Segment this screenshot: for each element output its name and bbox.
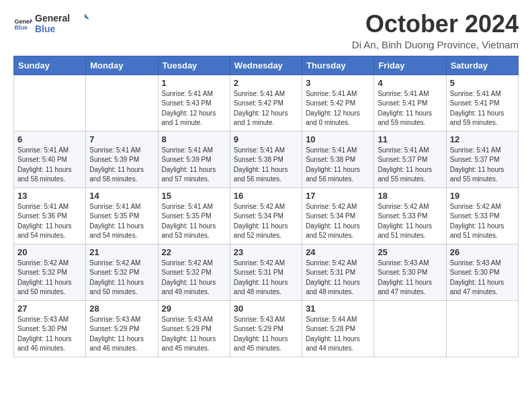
day-info: Sunrise: 5:42 AM Sunset: 5:32 PM Dayligh… (162, 259, 226, 298)
day-number: 22 (162, 247, 226, 257)
day-info: Sunrise: 5:42 AM Sunset: 5:34 PM Dayligh… (234, 202, 298, 241)
day-info: Sunrise: 5:43 AM Sunset: 5:30 PM Dayligh… (17, 315, 82, 354)
day-header-friday: Friday (374, 56, 446, 75)
calendar-cell: 30Sunrise: 5:43 AM Sunset: 5:29 PM Dayli… (230, 300, 302, 357)
day-header-thursday: Thursday (302, 56, 374, 75)
calendar-cell: 5Sunrise: 5:41 AM Sunset: 5:41 PM Daylig… (446, 75, 518, 131)
svg-text:General: General (35, 13, 70, 24)
day-number: 30 (234, 304, 298, 314)
day-number: 27 (17, 304, 82, 314)
day-number: 9 (234, 134, 298, 144)
day-info: Sunrise: 5:42 AM Sunset: 5:32 PM Dayligh… (17, 259, 82, 298)
day-header-sunday: Sunday (14, 56, 86, 75)
calendar-cell: 9Sunrise: 5:41 AM Sunset: 5:38 PM Daylig… (230, 131, 302, 187)
day-info: Sunrise: 5:42 AM Sunset: 5:32 PM Dayligh… (89, 259, 154, 298)
day-number: 17 (306, 191, 370, 201)
calendar-cell: 24Sunrise: 5:42 AM Sunset: 5:31 PM Dayli… (302, 244, 374, 300)
page-header: General Blue General Blue October 2024 D… (13, 11, 519, 50)
day-info: Sunrise: 5:41 AM Sunset: 5:35 PM Dayligh… (162, 202, 226, 241)
day-number: 18 (378, 191, 442, 201)
day-info: Sunrise: 5:44 AM Sunset: 5:28 PM Dayligh… (306, 315, 370, 354)
day-number: 12 (450, 134, 515, 144)
calendar-cell: 14Sunrise: 5:41 AM Sunset: 5:35 PM Dayli… (86, 187, 158, 244)
day-info: Sunrise: 5:43 AM Sunset: 5:29 PM Dayligh… (234, 315, 298, 354)
calendar-cell: 13Sunrise: 5:41 AM Sunset: 5:36 PM Dayli… (14, 187, 86, 244)
day-info: Sunrise: 5:43 AM Sunset: 5:30 PM Dayligh… (450, 259, 515, 298)
day-number: 16 (234, 191, 298, 201)
day-info: Sunrise: 5:41 AM Sunset: 5:38 PM Dayligh… (234, 146, 298, 185)
day-number: 2 (234, 78, 298, 88)
calendar-cell: 10Sunrise: 5:41 AM Sunset: 5:38 PM Dayli… (302, 131, 374, 187)
calendar-cell: 16Sunrise: 5:42 AM Sunset: 5:34 PM Dayli… (230, 187, 302, 244)
calendar-cell: 1Sunrise: 5:41 AM Sunset: 5:43 PM Daylig… (158, 75, 230, 131)
calendar-cell: 31Sunrise: 5:44 AM Sunset: 5:28 PM Dayli… (302, 300, 374, 357)
calendar-cell: 4Sunrise: 5:41 AM Sunset: 5:41 PM Daylig… (374, 75, 446, 131)
day-number: 24 (306, 247, 370, 257)
calendar-cell (86, 75, 158, 131)
week-row-2: 6Sunrise: 5:41 AM Sunset: 5:40 PM Daylig… (14, 131, 519, 187)
calendar-cell: 29Sunrise: 5:43 AM Sunset: 5:29 PM Dayli… (158, 300, 230, 357)
calendar-cell: 12Sunrise: 5:41 AM Sunset: 5:37 PM Dayli… (446, 131, 518, 187)
calendar-cell: 21Sunrise: 5:42 AM Sunset: 5:32 PM Dayli… (86, 244, 158, 300)
day-info: Sunrise: 5:41 AM Sunset: 5:39 PM Dayligh… (162, 146, 226, 185)
svg-text:Blue: Blue (14, 24, 28, 31)
day-number: 1 (162, 78, 226, 88)
calendar-cell: 23Sunrise: 5:42 AM Sunset: 5:31 PM Dayli… (230, 244, 302, 300)
calendar-cell: 11Sunrise: 5:41 AM Sunset: 5:37 PM Dayli… (374, 131, 446, 187)
week-row-3: 13Sunrise: 5:41 AM Sunset: 5:36 PM Dayli… (14, 187, 519, 244)
day-info: Sunrise: 5:41 AM Sunset: 5:40 PM Dayligh… (17, 146, 82, 185)
calendar-table: SundayMondayTuesdayWednesdayThursdayFrid… (13, 56, 519, 357)
day-number: 21 (89, 247, 154, 257)
day-info: Sunrise: 5:42 AM Sunset: 5:31 PM Dayligh… (306, 259, 370, 298)
day-info: Sunrise: 5:43 AM Sunset: 5:29 PM Dayligh… (162, 315, 226, 354)
day-number: 8 (162, 134, 226, 144)
day-header-tuesday: Tuesday (158, 56, 230, 75)
day-info: Sunrise: 5:41 AM Sunset: 5:43 PM Dayligh… (162, 89, 226, 128)
day-number: 5 (450, 78, 515, 88)
title-block: October 2024 Di An, Binh Duong Province,… (352, 11, 519, 50)
day-info: Sunrise: 5:41 AM Sunset: 5:41 PM Dayligh… (450, 89, 515, 128)
month-title: October 2024 (352, 11, 519, 38)
svg-text:General: General (14, 18, 32, 25)
day-info: Sunrise: 5:41 AM Sunset: 5:39 PM Dayligh… (89, 146, 154, 185)
subtitle: Di An, Binh Duong Province, Vietnam (352, 39, 519, 50)
calendar-cell (446, 300, 518, 357)
day-number: 3 (306, 78, 370, 88)
week-row-5: 27Sunrise: 5:43 AM Sunset: 5:30 PM Dayli… (14, 300, 519, 357)
day-info: Sunrise: 5:42 AM Sunset: 5:34 PM Dayligh… (306, 202, 370, 241)
day-info: Sunrise: 5:42 AM Sunset: 5:33 PM Dayligh… (450, 202, 515, 241)
day-info: Sunrise: 5:41 AM Sunset: 5:42 PM Dayligh… (234, 89, 298, 128)
calendar-cell: 28Sunrise: 5:43 AM Sunset: 5:29 PM Dayli… (86, 300, 158, 357)
calendar-cell: 18Sunrise: 5:42 AM Sunset: 5:33 PM Dayli… (374, 187, 446, 244)
day-number: 7 (89, 134, 154, 144)
week-row-4: 20Sunrise: 5:42 AM Sunset: 5:32 PM Dayli… (14, 244, 519, 300)
calendar-cell: 26Sunrise: 5:43 AM Sunset: 5:30 PM Dayli… (446, 244, 518, 300)
calendar-cell: 6Sunrise: 5:41 AM Sunset: 5:40 PM Daylig… (14, 131, 86, 187)
svg-text:Blue: Blue (35, 24, 56, 34)
day-number: 25 (378, 247, 442, 257)
calendar-cell (374, 300, 446, 357)
svg-marker-5 (85, 13, 89, 20)
day-number: 14 (89, 191, 154, 201)
day-info: Sunrise: 5:41 AM Sunset: 5:37 PM Dayligh… (378, 146, 442, 185)
calendar-cell: 25Sunrise: 5:43 AM Sunset: 5:30 PM Dayli… (374, 244, 446, 300)
day-info: Sunrise: 5:43 AM Sunset: 5:29 PM Dayligh… (89, 315, 154, 354)
day-number: 26 (450, 247, 515, 257)
day-number: 10 (306, 134, 370, 144)
day-info: Sunrise: 5:42 AM Sunset: 5:31 PM Dayligh… (234, 259, 298, 298)
calendar-cell (14, 75, 86, 131)
logo-svg: General Blue (35, 11, 89, 35)
day-info: Sunrise: 5:43 AM Sunset: 5:30 PM Dayligh… (378, 259, 442, 298)
day-header-wednesday: Wednesday (230, 56, 302, 75)
calendar-cell: 22Sunrise: 5:42 AM Sunset: 5:32 PM Dayli… (158, 244, 230, 300)
day-info: Sunrise: 5:41 AM Sunset: 5:37 PM Dayligh… (450, 146, 515, 185)
day-number: 6 (17, 134, 82, 144)
day-number: 28 (89, 304, 154, 314)
calendar-cell: 2Sunrise: 5:41 AM Sunset: 5:42 PM Daylig… (230, 75, 302, 131)
calendar-cell: 3Sunrise: 5:41 AM Sunset: 5:42 PM Daylig… (302, 75, 374, 131)
calendar-header-row: SundayMondayTuesdayWednesdayThursdayFrid… (14, 56, 519, 75)
day-header-monday: Monday (86, 56, 158, 75)
day-number: 19 (450, 191, 515, 201)
day-number: 20 (17, 247, 82, 257)
day-info: Sunrise: 5:41 AM Sunset: 5:38 PM Dayligh… (306, 146, 370, 185)
